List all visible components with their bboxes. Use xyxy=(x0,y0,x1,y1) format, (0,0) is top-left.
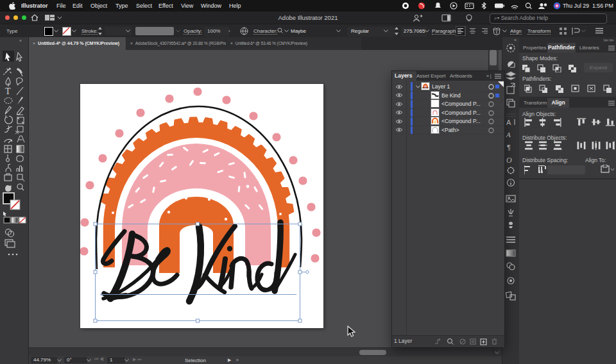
svg-text:A: A xyxy=(506,131,511,138)
svg-text:A: A xyxy=(506,119,511,126)
svg-text:»: » xyxy=(514,38,517,42)
svg-text:«: « xyxy=(19,38,22,43)
svg-text:¶: ¶ xyxy=(507,144,511,151)
svg-text:O: O xyxy=(506,156,512,165)
svg-text:T: T xyxy=(5,87,11,96)
